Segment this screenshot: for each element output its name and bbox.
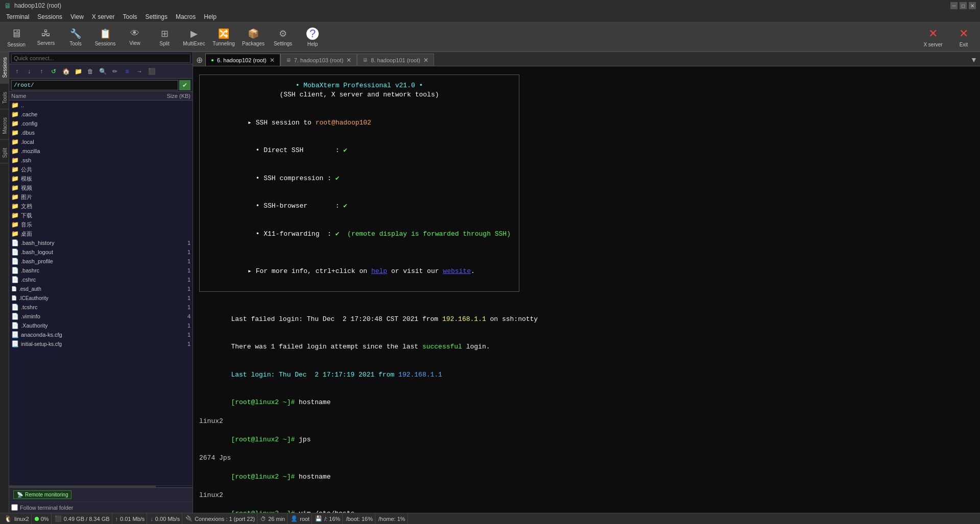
packages-button[interactable]: 📦 Packages	[239, 24, 268, 51]
disk-root-value: /: 16%	[324, 516, 340, 522]
file-icon: 📄	[11, 248, 19, 256]
multiexec-button[interactable]: ▶ MultiExec	[180, 24, 208, 51]
folder-icon: 📁	[11, 184, 19, 191]
fp-up-button[interactable]: ↑	[11, 66, 22, 77]
tab-hadoop102[interactable]: ● 6. hadoop102 (root) ✕	[205, 54, 280, 66]
status-cpu: 0%	[33, 513, 52, 524]
split-button[interactable]: ⊞ Split	[150, 24, 179, 51]
tab-close-icon[interactable]: ✕	[423, 57, 428, 64]
servers-button[interactable]: 🖧 Servers	[32, 24, 60, 51]
list-item[interactable]: 📁 视频	[9, 183, 193, 192]
path-input[interactable]	[11, 80, 178, 90]
toolbar: 🖥 Session 🖧 Servers 🔧 Tools 📋 Sessions 👁…	[0, 22, 980, 52]
fp-refresh-button[interactable]: ↺	[48, 66, 59, 77]
list-item[interactable]: 📄 .Xauthority 1	[9, 321, 193, 330]
list-item[interactable]: 📁 文档	[9, 202, 193, 211]
file-icon: 📄	[11, 313, 19, 320]
quick-connect-input[interactable]	[11, 54, 190, 63]
file-list: 📁 .. 📁 .cache 📁 .config 📁 .dbus 📁	[9, 101, 193, 485]
fp-mkdir-button[interactable]: 📁	[73, 66, 84, 77]
maximize-button[interactable]: □	[960, 2, 967, 9]
macros-tab[interactable]: Macros	[0, 112, 9, 140]
fp-edit-button[interactable]: ✏	[109, 66, 121, 77]
exit-button[interactable]: ✕ Exit	[949, 24, 978, 51]
fp-select-button[interactable]: ≡	[122, 66, 133, 77]
list-item[interactable]: 📄 .esd_auth 1	[9, 284, 193, 293]
help-button[interactable]: ? Help	[298, 24, 327, 51]
fp-upload-button[interactable]: ↑	[36, 66, 47, 77]
list-item[interactable]: 📃 anaconda-ks.cfg 1	[9, 330, 193, 339]
view-button[interactable]: 👁 View	[121, 24, 149, 51]
list-item[interactable]: 📁 .ssh	[9, 156, 193, 165]
download-icon: ↓	[150, 516, 153, 522]
list-item[interactable]: 📄 .tcshrc 1	[9, 303, 193, 312]
minimize-button[interactable]: ─	[950, 2, 958, 9]
list-item[interactable]: 📃 initial-setup-ks.cfg 1	[9, 339, 193, 348]
menu-view[interactable]: View	[66, 12, 88, 21]
tools-tab-left[interactable]: Tools	[0, 87, 9, 109]
file-name: .cshrc	[21, 277, 155, 283]
file-size: 1	[155, 258, 190, 264]
tabs-menu-button[interactable]: ▼	[968, 54, 980, 66]
fp-arrow-button[interactable]: →	[134, 66, 145, 77]
folder-icon: 📁	[11, 230, 19, 237]
list-item[interactable]: 📁 ..	[9, 101, 193, 110]
list-item[interactable]: 📁 模板	[9, 174, 193, 183]
file-name: .bash_profile	[21, 258, 155, 264]
list-item[interactable]: 📄 .viminfo 4	[9, 312, 193, 321]
fp-term-button[interactable]: ⬛	[146, 66, 157, 77]
menu-macros[interactable]: Macros	[172, 12, 200, 21]
list-item[interactable]: 📁 .local	[9, 137, 193, 146]
list-item[interactable]: 📁 音乐	[9, 220, 193, 229]
fp-delete-button[interactable]: 🗑	[85, 66, 96, 77]
list-item[interactable]: 📁 图片	[9, 192, 193, 202]
terminal-output[interactable]: • MobaXterm Professional v21.0 • (SSH cl…	[193, 66, 980, 513]
fp-home-button[interactable]: 🏠	[60, 66, 71, 77]
menu-sessions[interactable]: Sessions	[33, 12, 66, 21]
list-item[interactable]: 📄 .bashrc 1	[9, 266, 193, 275]
tab-hadoop103[interactable]: 🖥 7. hadoop103 (root) ✕	[280, 54, 357, 66]
xserver-button[interactable]: ✕ X server	[919, 24, 947, 51]
list-item[interactable]: 📄 .ICEauthority 1	[9, 293, 193, 303]
menu-tools[interactable]: Tools	[119, 12, 141, 21]
remote-monitoring-label: Remote monitoring	[25, 492, 68, 497]
list-item[interactable]: 📄 .bash_history 1	[9, 238, 193, 247]
fp-download-button[interactable]: ↓	[23, 66, 35, 77]
list-item[interactable]: 📁 桌面	[9, 229, 193, 238]
split-tab[interactable]: Split	[0, 143, 9, 163]
tab-hadoop101[interactable]: 🖥 8. hadoop101 (root) ✕	[357, 54, 434, 66]
tab-close-icon[interactable]: ✕	[346, 57, 351, 64]
session-button[interactable]: 🖥 Session	[2, 24, 31, 51]
list-item[interactable]: 📄 .cshrc 1	[9, 275, 193, 284]
sessions-tab[interactable]: Sessions	[0, 52, 9, 84]
list-item[interactable]: 📁 下载	[9, 211, 193, 220]
menu-help[interactable]: Help	[200, 12, 221, 21]
status-time: ⏱ 26 min	[258, 513, 288, 524]
follow-folder-checkbox[interactable]	[11, 504, 18, 511]
menu-terminal[interactable]: Terminal	[2, 12, 33, 21]
tools-button[interactable]: 🔧 Tools	[61, 24, 90, 51]
list-item[interactable]: 📁 .config	[9, 119, 193, 128]
list-item[interactable]: 📄 .bash_logout 1	[9, 247, 193, 257]
toolbar-right: ✕ X server ✕ Exit	[919, 24, 978, 51]
list-item[interactable]: 📁 公共	[9, 165, 193, 174]
new-tab-button[interactable]: ⊕	[193, 54, 205, 66]
view-icon: 👁	[130, 28, 139, 39]
list-item[interactable]: 📄 .bash_profile 1	[9, 257, 193, 266]
folder-icon: 📁	[11, 102, 19, 109]
menu-settings[interactable]: Settings	[141, 12, 172, 21]
settings-button[interactable]: ⚙ Settings	[269, 24, 297, 51]
sessions-button[interactable]: 📋 Sessions	[91, 24, 119, 51]
list-item[interactable]: 📁 .dbus	[9, 128, 193, 137]
tab-close-icon[interactable]: ✕	[270, 57, 275, 64]
file-size: 1	[155, 332, 190, 338]
settings-icon: ⚙	[279, 28, 287, 39]
close-button[interactable]: ✕	[969, 2, 976, 9]
path-ok-button[interactable]: ✔	[179, 80, 190, 90]
tunneling-button[interactable]: 🔀 Tunneling	[209, 24, 238, 51]
list-item[interactable]: 📁 .cache	[9, 110, 193, 119]
list-item[interactable]: 📁 .mozilla	[9, 146, 193, 156]
menu-xserver[interactable]: X server	[88, 12, 119, 21]
fp-find-button[interactable]: 🔍	[97, 66, 108, 77]
remote-monitoring-button[interactable]: 📡 Remote monitoring	[13, 490, 71, 499]
